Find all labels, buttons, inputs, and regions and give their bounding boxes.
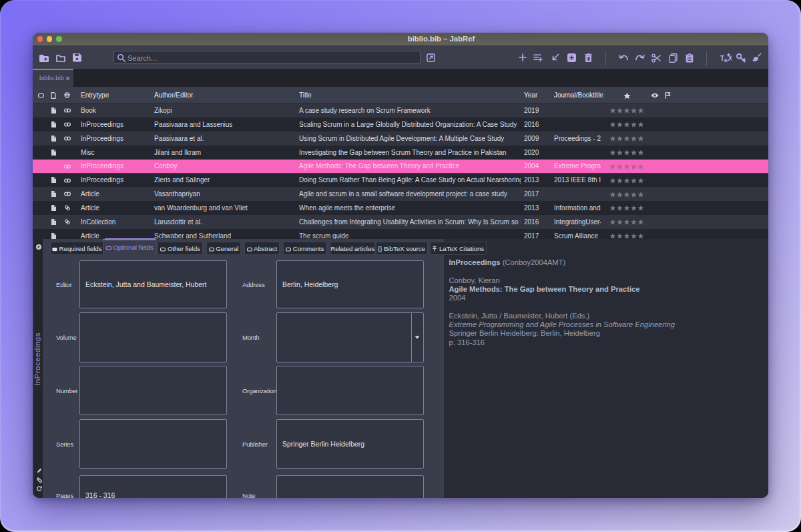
- svg-text:TEX: TEX: [720, 55, 732, 63]
